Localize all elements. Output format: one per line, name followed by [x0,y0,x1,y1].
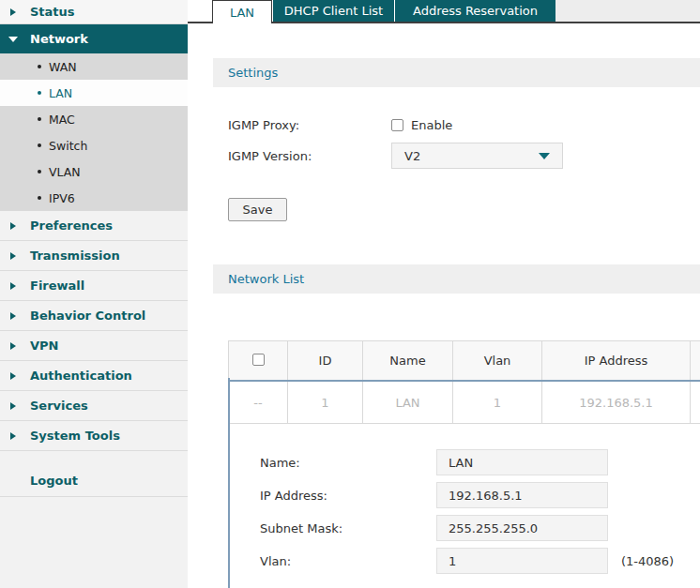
sidebar-item-wan[interactable]: WAN [0,53,188,80]
select-all-checkbox[interactable] [252,354,265,366]
network-list-section-header: Network List [213,264,700,294]
sidebar-item-status[interactable]: Status [0,0,188,24]
section-title: Network List [228,272,304,286]
logout-label: Logout [30,474,78,488]
sidebar-item-firewall[interactable]: Firewall [0,271,188,301]
row-id-cell: 1 [288,381,363,424]
row-name-cell: LAN [363,381,453,424]
row-vlan-cell: 1 [453,381,542,424]
sidebar-item-label: System Tools [30,429,120,443]
select-all-header-cell [229,341,288,382]
tab-address-reservation[interactable]: Address Reservation [395,0,555,22]
chevron-right-icon [10,8,16,16]
sidebar-item-system-tools[interactable]: System Tools [0,421,188,451]
sidebar-item-services[interactable]: Services [0,391,188,421]
bullet-icon [38,143,41,147]
column-header-ip-address: IP Address [542,341,691,382]
sidebar-subitem-label: VLAN [49,165,81,179]
tab-lan[interactable]: LAN [212,0,272,23]
sidebar-item-behavior-control[interactable]: Behavior Control [0,301,188,331]
row-clipped-cell [691,381,700,424]
sidebar-item-vlan[interactable]: VLAN [0,158,188,185]
sidebar-item-ipv6[interactable]: IPV6 [0,185,188,211]
selected-row-accent-border [228,378,230,588]
row-ip-cell: 192.168.5.1 [542,381,691,424]
sidebar-item-label: Behavior Control [30,309,145,323]
tab-label: LAN [230,6,254,20]
vlan-label: Vlan: [260,548,291,574]
tab-label: DHCP Client List [284,4,383,18]
sidebar-item-logout[interactable]: Logout [0,465,188,497]
column-header-vlan: Vlan [453,341,542,382]
sidebar-item-label: Transmission [30,249,120,263]
chevron-right-icon [10,432,16,440]
sidebar-item-label: Preferences [30,219,113,233]
save-button[interactable]: Save [228,198,287,221]
sidebar-item-preferences[interactable]: Preferences [0,211,188,241]
main-content: LAN DHCP Client List Address Reservation… [188,0,700,588]
chevron-right-icon [10,312,16,320]
name-label: Name: [260,449,300,475]
network-submenu: WAN LAN MAC Switch VLAN IPV6 [0,53,188,211]
sidebar-item-label: Services [30,399,88,413]
tabbar-filler [555,0,700,22]
tab-bar: LAN DHCP Client List Address Reservation [188,0,700,23]
column-header-clipped [691,341,700,382]
enable-label: Enable [411,118,452,132]
row-select-cell: -- [229,381,288,424]
chevron-right-icon [10,402,16,410]
chevron-right-icon [10,372,16,380]
sidebar-item-label: Authentication [30,369,132,383]
sidebar-subitem-label: WAN [49,60,77,74]
igmp-proxy-checkbox[interactable] [391,119,403,131]
sidebar-item-vpn[interactable]: VPN [0,331,188,361]
chevron-right-icon [10,252,16,260]
sidebar-subitem-label: LAN [49,86,72,100]
bullet-icon [38,65,41,68]
network-list-table: ID Name Vlan IP Address -- 1 LAN 1 192.1… [228,340,700,424]
table-row[interactable]: -- 1 LAN 1 192.168.5.1 [229,381,700,424]
bullet-icon [38,170,41,173]
sidebar-item-network[interactable]: Network [0,24,188,53]
tab-label: Address Reservation [413,4,538,18]
sidebar: Status Network WAN LAN MAC Switch VLAN I… [0,0,188,588]
tab-spacer [188,0,212,23]
column-header-name: Name [363,341,453,382]
sidebar-subitem-label: IPV6 [49,191,75,205]
ip-address-input[interactable] [436,482,608,508]
vlan-range-hint: (1-4086) [621,548,674,574]
chevron-down-icon [8,37,18,42]
chevron-right-icon [10,342,16,350]
subnet-mask-input[interactable] [436,515,608,541]
sidebar-item-authentication[interactable]: Authentication [0,361,188,391]
settings-section-header: Settings [213,58,700,87]
name-input[interactable] [436,449,608,475]
subnet-mask-label: Subnet Mask: [260,515,342,541]
bullet-icon [38,91,41,95]
chevron-right-icon [10,222,16,230]
sidebar-item-mac[interactable]: MAC [0,106,188,132]
igmp-version-select[interactable]: V2 [391,143,563,169]
chevron-right-icon [10,282,16,290]
sidebar-gap [0,451,188,465]
sidebar-item-label: Firewall [30,279,84,293]
igmp-proxy-field: Enable [391,112,452,138]
sidebar-item-label: Network [30,32,88,46]
sidebar-subitem-label: Switch [49,139,87,153]
sidebar-item-label: Status [30,5,75,19]
sidebar-item-lan[interactable]: LAN [0,80,188,106]
sidebar-item-label: VPN [30,339,58,353]
table-header-row: ID Name Vlan IP Address [229,341,700,382]
column-header-id: ID [288,341,363,382]
tab-dhcp-client-list[interactable]: DHCP Client List [273,0,394,22]
igmp-version-selected-value: V2 [404,149,420,163]
bullet-icon [38,196,41,200]
ip-address-label: IP Address: [260,482,327,508]
igmp-version-label: IGMP Version: [228,143,312,169]
bullet-icon [38,117,41,121]
vlan-input[interactable] [436,548,608,574]
sidebar-subitem-label: MAC [49,113,75,127]
section-title: Settings [228,66,278,80]
sidebar-item-transmission[interactable]: Transmission [0,241,188,271]
sidebar-item-switch[interactable]: Switch [0,132,188,158]
